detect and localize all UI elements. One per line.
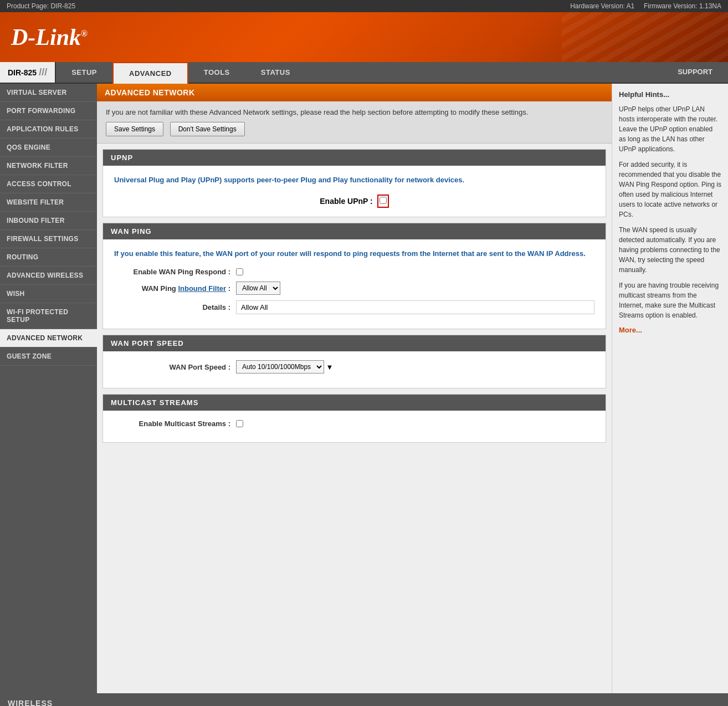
- wan-ping-enable-checkbox[interactable]: [236, 268, 243, 275]
- wan-ping-header: WAN PING: [103, 223, 606, 239]
- hints-para-4: If you are having trouble receiving mult…: [619, 280, 721, 320]
- wan-ping-filter-label: WAN Ping Inbound Filter :: [114, 284, 236, 293]
- multicast-body: Enable Multicast Streams :: [103, 411, 606, 442]
- tab-tools[interactable]: TOOLS: [188, 62, 245, 83]
- wan-port-speed-section: WAN PORT SPEED WAN Port Speed : Auto 10/…: [102, 335, 606, 388]
- info-box: If you are not familiar with these Advan…: [97, 101, 612, 144]
- hints-para-2: For added security, it is recommended th…: [619, 160, 721, 219]
- hints-title: Helpful Hints...: [619, 90, 721, 99]
- sidebar-item-access-control[interactable]: ACCESS CONTROL: [0, 175, 97, 193]
- sidebar-item-website-filter[interactable]: WEBSITE FILTER: [0, 193, 97, 212]
- sidebar-item-routing[interactable]: ROUTING: [0, 248, 97, 267]
- upnp-enable-row: Enable UPnP :: [114, 195, 594, 208]
- wan-port-speed-row: WAN Port Speed : Auto 10/100/1000Mbps 10…: [114, 360, 594, 374]
- info-text: If you are not familiar with these Advan…: [106, 108, 603, 116]
- dont-save-button[interactable]: Don't Save Settings: [170, 122, 245, 136]
- header: D-Link®: [0, 12, 728, 62]
- wan-ping-filter-row: WAN Ping Inbound Filter : Allow All Deny…: [114, 282, 594, 295]
- wan-ping-body: If you enable this feature, the WAN port…: [103, 239, 606, 329]
- tab-status[interactable]: STATUS: [245, 62, 306, 83]
- product-info: Product Page: DIR-825: [7, 2, 75, 10]
- top-bar: Product Page: DIR-825 Hardware Version: …: [0, 0, 728, 12]
- sidebar: VIRTUAL SERVER PORT FORWARDING APPLICATI…: [0, 84, 97, 693]
- main-layout: VIRTUAL SERVER PORT FORWARDING APPLICATI…: [0, 84, 728, 693]
- wan-port-speed-label: WAN Port Speed :: [114, 363, 236, 371]
- wan-ping-details-input[interactable]: [236, 300, 594, 314]
- wan-ping-enable-row: Enable WAN Ping Respond :: [114, 268, 594, 276]
- tab-setup[interactable]: SETUP: [56, 62, 112, 83]
- sidebar-item-wish[interactable]: WISH: [0, 285, 97, 303]
- sidebar-item-qos-engine[interactable]: QOS ENGINE: [0, 139, 97, 157]
- inbound-filter-link[interactable]: Inbound Filter: [178, 284, 226, 293]
- upnp-description: Universal Plug and Play (UPnP) supports …: [114, 175, 594, 186]
- tab-advanced[interactable]: ADVANCED: [112, 62, 188, 84]
- router-id: DIR-825 ///: [0, 62, 56, 83]
- wan-ping-filter-select[interactable]: Allow All Deny All: [236, 282, 280, 295]
- multicast-header: MULTICAST STREAMS: [103, 395, 606, 411]
- nav-tabs: DIR-825 /// SETUP ADVANCED TOOLS STATUS …: [0, 62, 728, 84]
- wan-port-speed-header: WAN PORT SPEED: [103, 335, 606, 351]
- wan-port-speed-body: WAN Port Speed : Auto 10/100/1000Mbps 10…: [103, 351, 606, 388]
- upnp-body: Universal Plug and Play (UPnP) supports …: [103, 166, 606, 217]
- bottom-bar: WIRELESS: [0, 693, 728, 706]
- sidebar-item-network-filter[interactable]: NETWORK FILTER: [0, 157, 97, 175]
- multicast-section: MULTICAST STREAMS Enable Multicast Strea…: [102, 394, 606, 443]
- wan-port-speed-select[interactable]: Auto 10/100/1000Mbps 10Mbps 100Mbps 1000…: [236, 360, 324, 374]
- multicast-enable-checkbox[interactable]: [236, 420, 243, 427]
- wan-ping-section: WAN PING If you enable this feature, the…: [102, 223, 606, 330]
- wan-ping-details-row: Details :: [114, 300, 594, 314]
- hints-panel: Helpful Hints... UPnP helps other UPnP L…: [612, 84, 728, 693]
- hw-fw-info: Hardware Version: A1 Firmware Version: 1…: [570, 2, 721, 10]
- sidebar-item-inbound-filter[interactable]: INBOUND FILTER: [0, 212, 97, 230]
- sidebar-item-wifi-protected-setup[interactable]: WI-FI PROTECTED SETUP: [0, 303, 97, 329]
- upnp-section: UPNP Universal Plug and Play (UPnP) supp…: [102, 149, 606, 217]
- wan-ping-enable-label: Enable WAN Ping Respond :: [114, 268, 236, 276]
- hints-para-1: UPnP helps other UPnP LAN hosts interope…: [619, 104, 721, 154]
- multicast-enable-row: Enable Multicast Streams :: [114, 419, 594, 428]
- dlink-logo: D-Link®: [11, 24, 88, 50]
- sidebar-item-virtual-server[interactable]: VIRTUAL SERVER: [0, 84, 97, 102]
- tab-support[interactable]: SUPPORT: [662, 62, 728, 83]
- sidebar-item-advanced-wireless[interactable]: ADVANCED WIRELESS: [0, 267, 97, 285]
- sidebar-item-port-forwarding[interactable]: PORT FORWARDING: [0, 102, 97, 120]
- multicast-enable-label: Enable Multicast Streams :: [114, 419, 236, 428]
- router-slashes: ///: [39, 66, 47, 78]
- hints-para-3: The WAN speed is usually detected automa…: [619, 225, 721, 275]
- wan-ping-details-label: Details :: [114, 303, 236, 311]
- upnp-checkbox-highlight: [377, 195, 389, 208]
- page-section-header: ADVANCED NETWORK: [97, 84, 612, 101]
- wan-ping-description: If you enable this feature, the WAN port…: [114, 248, 594, 259]
- more-link[interactable]: More...: [619, 326, 721, 334]
- sidebar-item-guest-zone[interactable]: GUEST ZONE: [0, 347, 97, 366]
- content-area: ADVANCED NETWORK If you are not familiar…: [97, 84, 612, 693]
- upnp-enable-checkbox[interactable]: [380, 197, 387, 204]
- sidebar-item-application-rules[interactable]: APPLICATION RULES: [0, 120, 97, 139]
- sidebar-item-firewall-settings[interactable]: FIREWALL SETTINGS: [0, 230, 97, 248]
- upnp-enable-label: Enable UPnP :: [320, 197, 372, 206]
- sidebar-item-advanced-network[interactable]: ADVANCED NETWORK: [0, 329, 97, 347]
- upnp-header: UPNP: [103, 150, 606, 166]
- save-settings-button[interactable]: Save Settings: [106, 122, 163, 136]
